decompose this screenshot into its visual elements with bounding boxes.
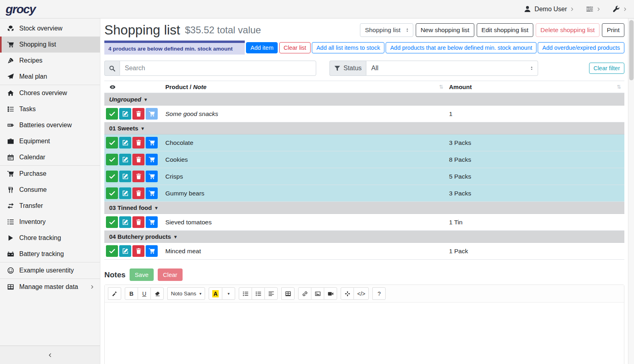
notes-clear-button[interactable]: Clear — [158, 268, 183, 281]
mark-done-button[interactable] — [106, 187, 118, 199]
text-color-button[interactable]: A — [209, 287, 222, 300]
sidebar-item-transfer[interactable]: Transfer — [0, 198, 100, 214]
banner-text: 4 products are below defined min. stock … — [104, 43, 245, 55]
sidebar-item-example-userentity[interactable]: Example userentity — [0, 262, 100, 279]
ordered-list-button[interactable] — [252, 287, 265, 300]
add-item-button[interactable]: Add item — [246, 42, 278, 53]
edit-item-button[interactable] — [119, 108, 131, 120]
remove-format-button[interactable] — [150, 287, 164, 300]
insert-picture-button[interactable] — [311, 287, 324, 300]
shopping-list-select[interactable]: Shopping list — [360, 23, 413, 37]
edit-item-button[interactable] — [119, 187, 131, 199]
user-menu[interactable]: Demo User — [524, 6, 574, 13]
sidebar-item-manage-master-data[interactable]: Manage master data — [0, 279, 100, 295]
sidebar-item-chore-tracking[interactable]: Chore tracking — [0, 230, 100, 246]
sidebar-item-recipes[interactable]: Recipes — [0, 53, 100, 69]
notes-save-button[interactable]: Save — [130, 268, 154, 281]
sidebar-item-meal-plan[interactable]: Meal plan — [0, 69, 100, 85]
mark-done-button[interactable] — [106, 154, 118, 165]
sort-product-icon[interactable]: ⇅ — [439, 84, 443, 90]
bold-button[interactable]: B — [125, 287, 138, 300]
add-item-to-stock-button[interactable] — [146, 137, 158, 148]
mark-done-button[interactable] — [106, 216, 118, 228]
group-header-sweets[interactable]: 01 Sweets ▾ — [104, 122, 624, 134]
sidebar-item-calendar[interactable]: Calendar — [0, 149, 100, 165]
magic-style-button[interactable] — [108, 287, 121, 300]
sidebar-item-inventory[interactable]: Inventory — [0, 214, 100, 230]
sidebar-item-battery-tracking[interactable]: Battery tracking — [0, 246, 100, 262]
sidebar-item-chores-overview[interactable]: Chores overview — [0, 85, 100, 101]
add-item-to-stock-button[interactable] — [146, 108, 158, 120]
font-family-select[interactable]: Noto Sans ▾ — [167, 287, 205, 300]
sort-amount-icon[interactable]: ⇅ — [617, 84, 621, 90]
sidebar-item-batteries-overview[interactable]: Batteries overview — [0, 117, 100, 133]
group-header-butchery-products[interactable]: 04 Butchery products ▾ — [104, 231, 624, 243]
delete-item-button[interactable] — [132, 216, 144, 228]
admin-menu[interactable] — [612, 6, 627, 12]
edit-item-button[interactable] — [119, 245, 131, 257]
scrollbar-thumb[interactable] — [629, 20, 634, 80]
clear-list-button[interactable]: Clear list — [279, 42, 311, 53]
delete-item-button[interactable] — [132, 154, 144, 165]
mark-done-button[interactable] — [106, 245, 118, 257]
edit-item-button[interactable] — [119, 171, 131, 182]
group-header-tinned-food[interactable]: 03 Tinned food ▾ — [104, 202, 624, 214]
insert-video-button[interactable] — [324, 287, 337, 300]
underline-button[interactable]: U — [138, 287, 151, 300]
group-header-ungrouped[interactable]: Ungrouped ▾ — [104, 94, 624, 106]
add-item-to-stock-button[interactable] — [146, 171, 158, 182]
delete-item-button[interactable] — [132, 187, 144, 199]
page-subtitle-total-value: $35.52 total value — [185, 24, 261, 36]
add-item-to-stock-button[interactable] — [146, 216, 158, 228]
code-view-button[interactable]: </> — [354, 287, 369, 300]
delete-item-button[interactable] — [132, 245, 144, 257]
fullscreen-button[interactable] — [341, 287, 354, 300]
new-shopping-list-button[interactable]: New shopping list — [416, 23, 474, 37]
mark-done-button[interactable] — [106, 108, 118, 120]
clear-filter-button[interactable]: Clear filter — [589, 63, 624, 74]
sidebar-item-tasks[interactable]: Tasks — [0, 101, 100, 117]
edit-item-button[interactable] — [119, 137, 131, 148]
toggle-done-items-button[interactable] — [109, 84, 116, 90]
status-filter-select[interactable]: All — [366, 61, 538, 76]
add-products-below-min-stock-button[interactable]: Add products that are below defined min.… — [386, 42, 536, 53]
sidebar-item-label: Meal plan — [19, 73, 47, 80]
list-icon — [6, 219, 15, 225]
search-input[interactable] — [120, 61, 316, 76]
insert-link-button[interactable] — [298, 287, 311, 300]
help-button[interactable]: ? — [372, 287, 386, 300]
settings-menu[interactable] — [586, 6, 600, 12]
delete-item-button[interactable] — [132, 171, 144, 182]
delete-shopping-list-button[interactable]: Delete shopping list — [536, 23, 599, 37]
add-overdue-expired-products-button[interactable]: Add overdue/expired products — [538, 42, 624, 53]
text-color-dropdown-button[interactable]: ▾ — [222, 287, 235, 300]
add-item-to-stock-button[interactable] — [146, 187, 158, 199]
sidebar-item-stock-overview[interactable]: Stock overview — [0, 20, 100, 37]
home-icon — [6, 90, 15, 96]
app-logo[interactable]: grocy — [6, 2, 35, 16]
sidebar-item-purchase[interactable]: Purchase — [0, 166, 100, 182]
delete-item-button[interactable] — [132, 108, 144, 120]
sidebar-collapse-button[interactable] — [0, 346, 100, 364]
mark-done-button[interactable] — [106, 171, 118, 182]
print-button[interactable]: Print — [602, 23, 624, 37]
mark-done-button[interactable] — [106, 137, 118, 148]
delete-item-button[interactable] — [132, 137, 144, 148]
sidebar-item-shopping-list[interactable]: Shopping list — [0, 37, 100, 53]
notes-editor-textarea[interactable] — [105, 303, 624, 364]
item-amount: 1 — [449, 110, 624, 118]
tasks-icon — [6, 106, 15, 112]
insert-table-button[interactable] — [281, 287, 295, 300]
trash-icon — [136, 248, 142, 254]
paragraph-align-button[interactable] — [264, 287, 278, 300]
page-scrollbar[interactable] — [628, 18, 634, 364]
add-item-to-stock-button[interactable] — [146, 154, 158, 165]
edit-shopping-list-button[interactable]: Edit shopping list — [477, 23, 533, 37]
unordered-list-button[interactable] — [239, 287, 252, 300]
edit-item-button[interactable] — [119, 216, 131, 228]
add-item-to-stock-button[interactable] — [146, 245, 158, 257]
add-all-list-items-to-stock-button[interactable]: Add all list items to stock — [312, 42, 384, 53]
sidebar-item-consume[interactable]: Consume — [0, 182, 100, 198]
edit-item-button[interactable] — [119, 154, 131, 165]
sidebar-item-equipment[interactable]: Equipment — [0, 133, 100, 149]
